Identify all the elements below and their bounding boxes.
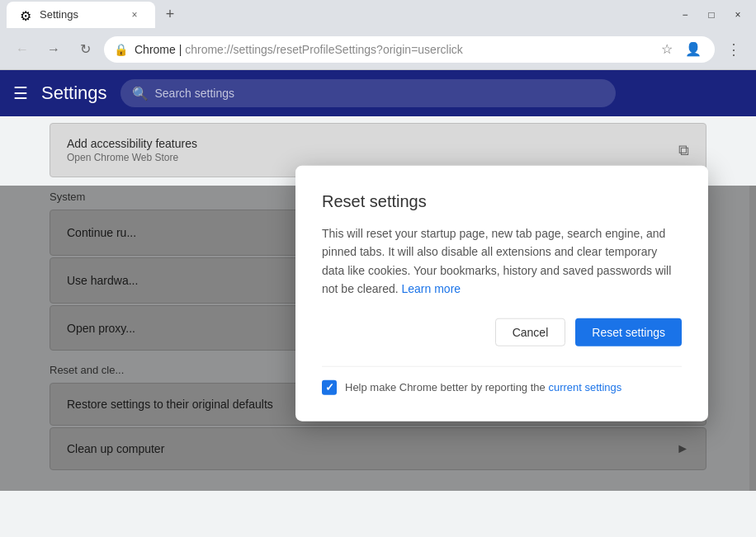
omnibox-actions: ☆ 👤 xyxy=(655,38,705,61)
cancel-button[interactable]: Cancel xyxy=(495,318,566,346)
footer-text: Help make Chrome better by reporting the… xyxy=(345,381,621,393)
sidebar-toggle-button[interactable]: ☰ xyxy=(13,83,28,103)
search-input[interactable]: Search settings xyxy=(155,87,235,100)
tab-favicon: ⚙ xyxy=(20,8,33,21)
search-box[interactable]: 🔍 Search settings xyxy=(120,79,616,107)
accessibility-primary: Add accessibility features xyxy=(67,137,197,150)
active-tab[interactable]: ⚙ Settings × xyxy=(7,2,155,28)
account-button[interactable]: 👤 xyxy=(682,38,705,61)
reset-settings-dialog: Reset settings This will reset your star… xyxy=(295,166,708,422)
tab-title: Settings xyxy=(40,8,78,21)
maximize-button[interactable]: □ xyxy=(700,3,723,26)
checkmark-icon: ✓ xyxy=(325,381,334,393)
dialog-title: Reset settings xyxy=(322,192,682,211)
security-icon: 🔒 xyxy=(114,43,128,56)
window-controls: − □ × xyxy=(673,3,749,26)
dialog-body: This will reset your startup page, new t… xyxy=(322,224,682,299)
current-settings-link[interactable]: current settings xyxy=(548,381,621,393)
address-text: Chrome | chrome://settings/resetProfileS… xyxy=(135,43,463,56)
learn-more-link[interactable]: Learn more xyxy=(402,282,461,295)
settings-title: Settings xyxy=(41,82,107,104)
address-host: Chrome xyxy=(135,43,176,56)
reset-settings-button[interactable]: Reset settings xyxy=(575,318,682,346)
title-bar: ⚙ Settings × + − □ × xyxy=(0,0,756,29)
dialog-buttons: Cancel Reset settings xyxy=(322,318,682,346)
dialog-footer: ✓ Help make Chrome better by reporting t… xyxy=(322,365,682,394)
forward-button[interactable]: → xyxy=(41,37,66,62)
dialog-body-text: This will reset your startup page, new t… xyxy=(322,227,671,295)
tabs-area: ⚙ Settings × + xyxy=(7,2,182,28)
address-bar: ← → ↻ 🔒 Chrome | chrome://settings/reset… xyxy=(0,29,756,70)
search-icon: 🔍 xyxy=(132,86,149,101)
external-link-icon: ⧉ xyxy=(678,142,689,159)
settings-header: ☰ Settings 🔍 Search settings xyxy=(0,70,756,116)
omnibox[interactable]: 🔒 Chrome | chrome://settings/resetProfil… xyxy=(104,36,715,63)
bookmark-button[interactable]: ☆ xyxy=(655,38,678,61)
tab-close-button[interactable]: × xyxy=(127,7,142,22)
browser-menu-button[interactable]: ⋮ xyxy=(721,37,746,62)
address-path: chrome://settings/resetProfileSettings?o… xyxy=(185,43,463,56)
refresh-button[interactable]: ↻ xyxy=(73,37,97,62)
minimize-button[interactable]: − xyxy=(673,3,697,26)
new-tab-button[interactable]: + xyxy=(158,3,182,26)
accessibility-secondary: Open Chrome Web Store xyxy=(67,152,197,163)
main-area: ☰ Settings 🔍 Search settings Add accessi… xyxy=(0,70,756,491)
back-button[interactable]: ← xyxy=(10,37,35,62)
close-button[interactable]: × xyxy=(726,3,749,26)
report-settings-checkbox[interactable]: ✓ xyxy=(322,379,337,394)
